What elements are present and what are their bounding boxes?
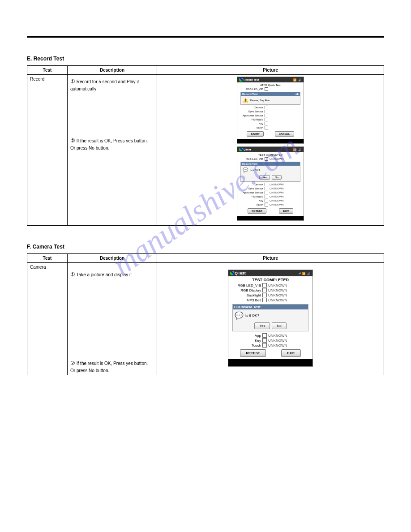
record-test-name: Record (27, 75, 68, 226)
section-record-title: E. Record Test (27, 56, 384, 62)
exit-button[interactable]: EXIT (281, 349, 301, 357)
step1-num: ① (70, 78, 75, 85)
yes-button[interactable]: Yes (254, 322, 270, 329)
camera-table: Test Description Picture Camera ① Take a… (27, 253, 384, 375)
signal-icon: 📶 🔊 (293, 148, 302, 151)
record-screenshot-1: Record Test📶 🔊 ATOS Quick Test RGB LED_V… (237, 77, 304, 144)
camera-desc: ① Take a picture and display it ② If the… (68, 263, 157, 375)
section-camera-title: F. Camera Test (27, 244, 384, 250)
camera-test-name: Camera (27, 263, 68, 375)
cam-step2-num: ② (70, 360, 75, 366)
record-table: Test Description Picture Record ① Record… (27, 65, 384, 226)
start-button[interactable]: START (247, 131, 264, 137)
yes-button[interactable]: Yes (259, 175, 270, 180)
question-icon: 💬 (243, 167, 248, 172)
cancel-button[interactable]: CANCEL (275, 131, 294, 137)
exit-button[interactable]: EXIT (279, 208, 293, 214)
no-button[interactable]: No (272, 322, 286, 329)
question-icon: 💬 (235, 311, 244, 320)
camera-dialog: LGCamera Test 💬Is it OK? Yes No (232, 304, 308, 331)
header-desc: Description (68, 66, 157, 75)
record-dialog-1: Record Testok ⚠️Please, Say Ah~ (240, 92, 300, 105)
camera-screenshot: QTest⇄ 📶 🔊 TEST COMPLETED RGB LED_VIBUNK… (228, 270, 313, 367)
record-screenshot-2: QTest📶 🔊 TEST COMPLETED RGB LED_VIBUNKNO… (237, 146, 304, 221)
header-test-2: Test (27, 254, 68, 263)
no-button[interactable]: No (272, 175, 282, 180)
header-pic-2: Picture (157, 254, 384, 263)
retest-button[interactable]: RETEST (248, 208, 266, 214)
header-test: Test (27, 66, 68, 75)
close-icon[interactable]: ok (295, 93, 299, 95)
header-rule (27, 36, 384, 38)
step2-num: ② (70, 137, 75, 144)
warning-icon: ⚠️ (243, 98, 248, 103)
retest-button[interactable]: RETEST (240, 349, 266, 357)
record-dialog-2: Record Test 💬Is it OK? Yes No (240, 162, 300, 182)
header-desc-2: Description (68, 254, 157, 263)
cam-step1-num: ① (70, 271, 75, 278)
header-pic: Picture (157, 66, 384, 75)
record-desc: ① Record for 5 second and Play it automa… (68, 75, 157, 226)
signal-icon: ⇄ 📶 🔊 (299, 272, 311, 275)
signal-icon: 📶 🔊 (293, 78, 302, 82)
